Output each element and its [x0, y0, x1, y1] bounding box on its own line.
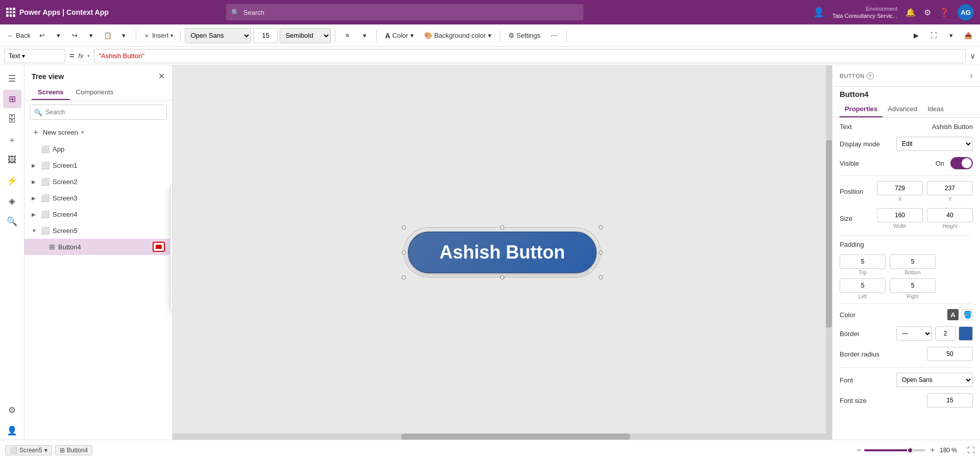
border-width-input[interactable]: [935, 326, 955, 341]
handle-mid-right[interactable]: [599, 250, 603, 254]
top-search-bar[interactable]: 🔍 Search: [226, 4, 583, 20]
notification-icon[interactable]: 🔔: [905, 8, 916, 17]
canvas-button[interactable]: Ashish Button: [408, 232, 597, 273]
padding-bottom-input[interactable]: [890, 254, 936, 269]
zoom-slider-track[interactable]: [864, 449, 925, 451]
undo-dropdown[interactable]: ▾: [51, 28, 66, 43]
tab-screens[interactable]: Screens: [32, 85, 70, 100]
connector-icon[interactable]: ⚡: [3, 171, 21, 190]
insert-button[interactable]: ＋ Insert: [140, 28, 177, 43]
bg-color-button[interactable]: 🎨 Background color ▾: [420, 28, 496, 43]
back-button[interactable]: ← Back: [4, 28, 34, 43]
search-icon: 🔍: [231, 9, 239, 16]
toggle-knob: [962, 158, 972, 168]
padding-left-input[interactable]: [840, 278, 886, 293]
zoom-out-button[interactable]: −: [856, 446, 861, 455]
tree-item-screen1[interactable]: ▶ ⬜ Screen1: [24, 157, 172, 173]
custom-icon[interactable]: ◈: [3, 192, 21, 210]
fullscreen-button[interactable]: ⛶: [926, 28, 941, 43]
font-size-input[interactable]: [253, 28, 278, 43]
border-color-swatch[interactable]: [959, 326, 973, 341]
color-button[interactable]: A Color ▾: [381, 28, 418, 43]
tree-close-button[interactable]: ✕: [158, 71, 165, 81]
color-fill-button[interactable]: 🪣: [962, 309, 973, 320]
color-label-prop: Color: [840, 311, 855, 319]
tree-item-screen3[interactable]: ▶ ⬜ Screen3: [24, 190, 172, 206]
tree-item-screen2[interactable]: ▶ ⬜ Screen2: [24, 173, 172, 190]
tree-title: Tree view: [32, 72, 64, 81]
color-a-icon: A: [385, 32, 390, 40]
canvas-scroll-horizontal-thumb[interactable]: [401, 433, 630, 440]
hamburger-icon[interactable]: ☰: [3, 69, 21, 88]
preview-button[interactable]: ▶: [909, 28, 924, 43]
formula-input[interactable]: [94, 49, 966, 63]
visible-toggle[interactable]: [950, 157, 973, 169]
new-screen-button[interactable]: ＋ New screen ▾: [24, 124, 172, 141]
paste-button[interactable]: 📋: [100, 28, 115, 43]
display-mode-select[interactable]: Edit: [896, 137, 973, 151]
color-text-button[interactable]: A: [947, 309, 959, 320]
border-style-select[interactable]: —: [896, 326, 932, 341]
zoom-in-button[interactable]: ＋: [928, 445, 937, 455]
help-icon[interactable]: ❓: [939, 8, 949, 17]
canvas-expand-icon[interactable]: ⛶: [967, 446, 975, 454]
font-select-prop[interactable]: Open Sans: [896, 373, 973, 387]
tab-properties[interactable]: Properties: [840, 101, 883, 117]
app-logo: Power Apps | Context App: [6, 8, 109, 17]
tree-item-app[interactable]: ⬜ App: [24, 141, 172, 157]
tree-view-icon[interactable]: ⊞: [3, 90, 21, 108]
redo-button[interactable]: ↪: [67, 28, 83, 43]
status-screen-tag[interactable]: ⬜ Screen5 ▾: [5, 445, 52, 455]
tree-item-button4[interactable]: ⊞ Button4: [24, 239, 172, 255]
tab-ideas[interactable]: Ideas: [922, 101, 949, 117]
search-sidebar-icon[interactable]: 🔍: [3, 212, 21, 231]
handle-top-left[interactable]: [402, 225, 406, 229]
avatar[interactable]: AG: [958, 4, 974, 20]
media-icon[interactable]: 🖼: [3, 151, 21, 169]
insert-icon[interactable]: ＋: [3, 131, 21, 149]
tab-components[interactable]: Components: [70, 85, 120, 100]
size-height-input[interactable]: [927, 208, 973, 222]
canvas-scroll-vertical-thumb[interactable]: [826, 140, 832, 327]
padding-right-input[interactable]: [890, 278, 936, 293]
canvas-scroll-horizontal[interactable]: [173, 433, 826, 440]
handle-bot-mid[interactable]: [500, 275, 504, 279]
fullscreen-dropdown[interactable]: ▾: [943, 28, 959, 43]
data-icon[interactable]: 🗄: [3, 110, 21, 129]
size-width-input[interactable]: [877, 208, 923, 222]
paste-dropdown[interactable]: ▾: [116, 28, 132, 43]
publish-button[interactable]: 📤: [961, 28, 976, 43]
formula-expand-icon[interactable]: ∨: [970, 51, 976, 61]
settings-sidebar-icon[interactable]: ⚙: [3, 401, 21, 419]
padding-top-input[interactable]: [840, 254, 886, 269]
undo-button[interactable]: ↩: [35, 28, 50, 43]
canvas-scroll-vertical[interactable]: [826, 65, 832, 440]
align-dropdown[interactable]: ▾: [357, 28, 372, 43]
handle-mid-left[interactable]: [402, 250, 406, 254]
border-radius-input[interactable]: [927, 347, 973, 361]
handle-top-right[interactable]: [599, 225, 603, 229]
screen2-label: Screen2: [53, 178, 77, 186]
align-button[interactable]: ≡: [339, 28, 355, 43]
tree-item-screen4[interactable]: ▶ ⬜ Screen4: [24, 206, 172, 222]
tree-item-screen5[interactable]: ▼ ⬜ Screen5: [24, 222, 172, 239]
handle-top-mid[interactable]: [500, 225, 504, 229]
right-panel-collapse-icon[interactable]: ›: [970, 70, 973, 81]
position-x-input[interactable]: [877, 181, 923, 195]
font-weight-select[interactable]: Semibold: [280, 28, 331, 43]
handle-bot-left[interactable]: [402, 275, 406, 279]
handle-bot-right[interactable]: [599, 275, 603, 279]
settings-icon[interactable]: ⚙: [924, 8, 931, 17]
formula-dropdown[interactable]: Text ▾: [4, 49, 65, 63]
tree-search-input[interactable]: [45, 109, 162, 116]
redo-dropdown[interactable]: ▾: [84, 28, 99, 43]
position-y-input[interactable]: [927, 181, 973, 195]
font-size-input-prop[interactable]: [927, 393, 973, 407]
user-icon[interactable]: 👤: [3, 421, 21, 440]
zoom-thumb[interactable]: [907, 447, 913, 453]
font-family-select[interactable]: Open Sans: [185, 28, 251, 43]
more-button[interactable]: ⋯: [547, 28, 562, 43]
tab-advanced[interactable]: Advanced: [883, 101, 922, 117]
status-button-tag[interactable]: ⊞ Button4: [55, 445, 92, 455]
settings-button[interactable]: ⚙ Settings: [504, 28, 545, 43]
